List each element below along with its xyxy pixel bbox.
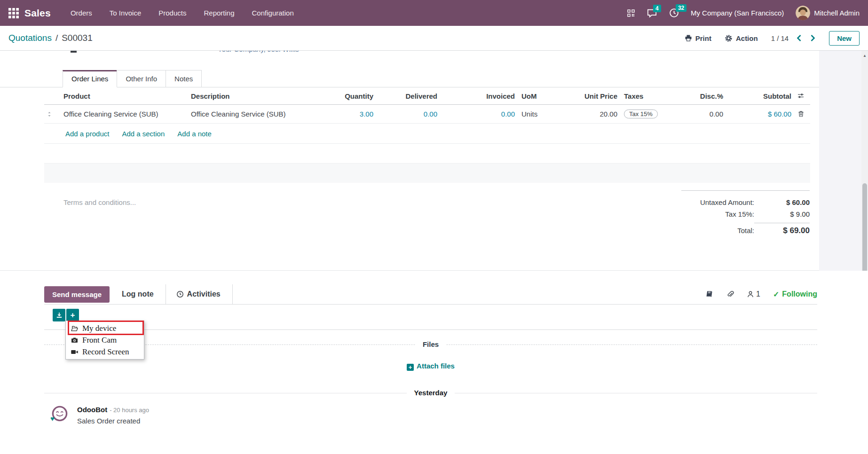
message-time: - 20 hours ago: [110, 407, 149, 414]
col-disc[interactable]: Disc.%: [683, 92, 723, 100]
cell-subtotal[interactable]: $ 60.00: [723, 110, 791, 118]
menu-products[interactable]: Products: [158, 9, 186, 17]
empty-row: [44, 144, 810, 164]
app-name[interactable]: Sales: [24, 8, 51, 19]
empty-row: [44, 164, 810, 183]
following-check-icon: ✓: [773, 290, 779, 299]
col-uom[interactable]: UoM: [515, 92, 556, 100]
print-button[interactable]: Print: [685, 34, 711, 42]
cell-product[interactable]: Office Cleaning Service (SUB): [55, 110, 188, 118]
clipped-label-fragment: [71, 51, 77, 53]
cell-delivered[interactable]: 0.00: [373, 110, 437, 118]
files-divider: Files: [44, 340, 817, 349]
col-delivered[interactable]: Delivered: [373, 92, 437, 100]
order-line-row: Office Cleaning Service (SUB) Office Cle…: [44, 105, 810, 124]
cell-disc[interactable]: 0.00: [683, 110, 723, 118]
control-panel: Quotations / S00031 Print Action 1 / 14 …: [0, 26, 868, 51]
new-button[interactable]: New: [829, 31, 860, 46]
send-message-button[interactable]: Send message: [44, 286, 110, 303]
followers-button[interactable]: 1: [747, 290, 760, 298]
attach-source-menu: My device Front Cam Record Screen: [65, 321, 144, 360]
activities-clock-icon: [176, 290, 184, 298]
col-subtotal[interactable]: Subtotal: [723, 92, 791, 100]
messages-icon[interactable]: 4: [647, 8, 657, 18]
menu-orders[interactable]: Orders: [71, 9, 92, 17]
tab-order-lines[interactable]: Order Lines: [63, 70, 117, 87]
upload-icon[interactable]: [53, 309, 65, 321]
add-attachment-icon[interactable]: +: [66, 309, 79, 321]
followers-count: 1: [756, 290, 760, 298]
col-description[interactable]: Description: [188, 92, 326, 100]
delete-icon[interactable]: [791, 110, 810, 117]
scroll-up-icon[interactable]: ▲: [861, 51, 868, 58]
user-menu[interactable]: Mitchell Admin: [796, 6, 860, 20]
cell-uom[interactable]: Units: [515, 110, 556, 118]
col-quantity[interactable]: Quantity: [326, 92, 373, 100]
add-a-note-link[interactable]: Add a note: [177, 130, 212, 138]
menu-item-my-device[interactable]: My device: [66, 322, 144, 334]
breadcrumb-quotations[interactable]: Quotations: [8, 33, 52, 43]
action-button[interactable]: Action: [725, 34, 758, 42]
row-handle-icon[interactable]: [44, 111, 55, 117]
log-note-button[interactable]: Log note: [122, 290, 154, 298]
paperclip-icon[interactable]: [726, 290, 734, 298]
tab-other-info[interactable]: Other Info: [117, 70, 166, 87]
menu-reporting[interactable]: Reporting: [204, 9, 234, 17]
navbar-systray: 4 32 My Company (San Francisco) Mitchell…: [627, 6, 860, 20]
order-lines-table: Product Description Quantity Delivered I…: [44, 87, 810, 183]
form-sheet: Your Company, Joel Willis Order Lines Ot…: [0, 51, 819, 271]
apps-grid-icon[interactable]: [8, 8, 19, 18]
total-row: Total: $ 69.00: [681, 221, 810, 237]
odoo-sales-window: Sales Orders To Invoice Products Reporti…: [0, 0, 868, 454]
folder-open-icon: [71, 325, 79, 332]
following-button[interactable]: ✓ Following: [773, 290, 817, 299]
terms-placeholder[interactable]: Terms and conditions...: [63, 198, 136, 206]
add-a-product-link[interactable]: Add a product: [65, 130, 109, 138]
messages-badge: 4: [653, 5, 661, 12]
followers-icon: [747, 290, 754, 298]
heart-icon: ♥: [50, 415, 55, 422]
columns-icon[interactable]: [791, 92, 810, 100]
activities-clock-icon[interactable]: 32: [669, 8, 679, 18]
add-line-links: Add a product Add a section Add a note: [44, 124, 810, 144]
tax-badge[interactable]: Tax 15%: [624, 110, 658, 118]
menu-configuration[interactable]: Configuration: [252, 9, 294, 17]
totals-block: Untaxed Amount: $ 60.00 Tax 15%: $ 9.00 …: [681, 190, 810, 237]
message-header: OdooBot- 20 hours ago: [77, 406, 149, 414]
col-unit-price[interactable]: Unit Price: [556, 92, 617, 100]
menu-item-front-cam[interactable]: Front Cam: [66, 334, 144, 346]
message-author[interactable]: OdooBot: [77, 406, 107, 414]
menu-to-invoice[interactable]: To Invoice: [110, 9, 142, 17]
message-body: Sales Order created: [77, 417, 140, 425]
menu-item-record-screen[interactable]: Record Screen: [66, 346, 144, 358]
activities-badge: 32: [676, 4, 687, 12]
record-pager: 1 / 14: [771, 34, 816, 42]
tab-notes[interactable]: Notes: [166, 70, 202, 87]
book-icon[interactable]: [705, 290, 713, 298]
main-menu: Orders To Invoice Products Reporting Con…: [71, 9, 294, 17]
total-value: $ 69.00: [754, 223, 810, 235]
cell-description[interactable]: Office Cleaning Service (SUB): [188, 110, 326, 118]
toolbar-divider: [232, 284, 233, 305]
breadcrumb-current: S00031: [62, 33, 93, 43]
attach-files-button[interactable]: +Attach files: [44, 362, 817, 371]
attachment-buttons: +: [53, 309, 79, 321]
content-area: ▲ Your Company, Joel Willis Order Lines …: [0, 51, 868, 454]
odoobot-avatar: ♥: [52, 406, 68, 422]
col-product[interactable]: Product: [55, 92, 188, 100]
tax-value: $ 9.00: [754, 210, 810, 218]
company-switcher[interactable]: My Company (San Francisco): [691, 9, 784, 17]
top-navbar: Sales Orders To Invoice Products Reporti…: [0, 0, 868, 26]
attach-plus-icon: +: [407, 364, 414, 371]
activities-button[interactable]: Activities: [176, 290, 221, 298]
qr-icon[interactable]: [627, 9, 635, 17]
cell-quantity[interactable]: 3.00: [326, 110, 373, 118]
pager-next-icon[interactable]: [810, 34, 816, 42]
pager-prev-icon[interactable]: [796, 34, 802, 42]
date-divider: Yesterday: [44, 389, 817, 397]
cell-invoiced[interactable]: 0.00: [437, 110, 515, 118]
cell-unit-price[interactable]: 20.00: [556, 110, 617, 118]
col-taxes[interactable]: Taxes: [617, 92, 683, 100]
col-invoiced[interactable]: Invoiced: [437, 92, 515, 100]
add-a-section-link[interactable]: Add a section: [122, 130, 165, 138]
